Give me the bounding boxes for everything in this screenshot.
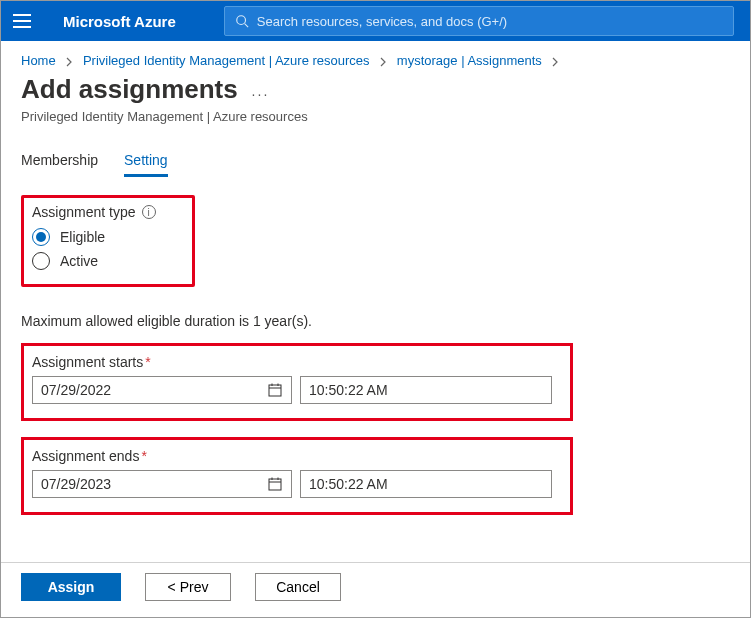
calendar-icon[interactable]	[267, 476, 283, 492]
hamburger-menu-icon[interactable]	[13, 10, 35, 32]
footer-actions: Assign < Prev Cancel	[1, 562, 750, 617]
assignment-ends-label: Assignment ends	[32, 448, 139, 464]
breadcrumb-pim[interactable]: Privileged Identity Management | Azure r…	[83, 53, 370, 68]
end-date-value: 07/29/2023	[41, 476, 111, 492]
radio-eligible[interactable]: Eligible	[32, 228, 184, 246]
breadcrumb: Home Privileged Identity Management | Az…	[1, 41, 750, 72]
calendar-icon[interactable]	[267, 382, 283, 398]
start-time-input[interactable]: 10:50:22 AM	[300, 376, 552, 404]
svg-point-0	[237, 16, 246, 25]
chevron-right-icon	[379, 53, 387, 68]
required-indicator: *	[141, 448, 146, 464]
required-indicator: *	[145, 354, 150, 370]
page-subtitle: Privileged Identity Management | Azure r…	[21, 109, 730, 124]
assign-button[interactable]: Assign	[21, 573, 121, 601]
chevron-right-icon	[551, 53, 559, 68]
global-search-input[interactable]: Search resources, services, and docs (G+…	[224, 6, 734, 36]
tabs: Membership Setting	[1, 130, 750, 177]
start-time-value: 10:50:22 AM	[309, 382, 388, 398]
prev-button[interactable]: < Prev	[145, 573, 231, 601]
more-actions-icon[interactable]: ···	[252, 86, 270, 102]
cancel-button[interactable]: Cancel	[255, 573, 341, 601]
breadcrumb-home[interactable]: Home	[21, 53, 56, 68]
assignment-starts-group: Assignment starts* 07/29/2022 10:50:22 A…	[21, 343, 573, 421]
radio-active[interactable]: Active	[32, 252, 184, 270]
page-title: Add assignments	[21, 74, 238, 105]
search-placeholder: Search resources, services, and docs (G+…	[257, 14, 507, 29]
radio-active-label: Active	[60, 253, 98, 269]
end-time-input[interactable]: 10:50:22 AM	[300, 470, 552, 498]
info-icon[interactable]: i	[142, 205, 156, 219]
assignment-type-label: Assignment type	[32, 204, 136, 220]
svg-rect-6	[269, 479, 281, 490]
tab-setting[interactable]: Setting	[124, 152, 168, 177]
svg-line-1	[244, 24, 248, 28]
svg-rect-2	[269, 385, 281, 396]
assignment-starts-label: Assignment starts	[32, 354, 143, 370]
end-time-value: 10:50:22 AM	[309, 476, 388, 492]
breadcrumb-assignments[interactable]: mystorage | Assignments	[397, 53, 542, 68]
top-bar: Microsoft Azure Search resources, servic…	[1, 1, 750, 41]
duration-hint: Maximum allowed eligible duration is 1 y…	[21, 313, 730, 329]
tab-membership[interactable]: Membership	[21, 152, 98, 177]
start-date-value: 07/29/2022	[41, 382, 111, 398]
search-icon	[235, 14, 249, 28]
radio-eligible-label: Eligible	[60, 229, 105, 245]
assignment-type-group: Assignment type i Eligible Active	[21, 195, 195, 287]
end-date-input[interactable]: 07/29/2023	[32, 470, 292, 498]
assignment-ends-group: Assignment ends* 07/29/2023 10:50:22 AM	[21, 437, 573, 515]
brand-label: Microsoft Azure	[63, 13, 176, 30]
start-date-input[interactable]: 07/29/2022	[32, 376, 292, 404]
chevron-right-icon	[65, 53, 73, 68]
